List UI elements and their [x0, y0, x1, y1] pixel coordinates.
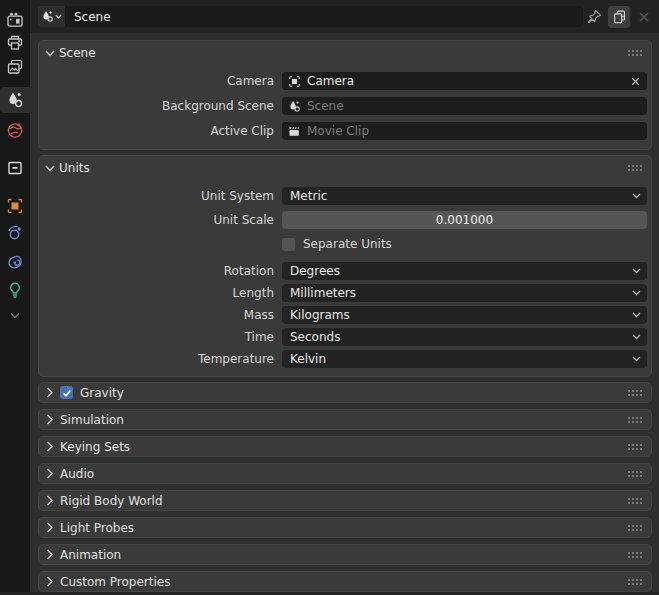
- tab-constraints-properties[interactable]: [0, 220, 30, 246]
- chevron-down-icon: [45, 165, 55, 172]
- active-clip-placeholder: Movie Clip: [307, 124, 369, 138]
- scene-icon: [288, 100, 301, 113]
- mass-value: Kilograms: [290, 308, 350, 322]
- chevron-right-icon: [46, 387, 53, 398]
- chevron-right-icon: [46, 468, 53, 479]
- simulation-panel-header[interactable]: Simulation: [38, 409, 652, 430]
- chevron-down-icon: [632, 268, 641, 274]
- sidebar-overflow-chevron[interactable]: [0, 312, 30, 319]
- panel-drag-grip[interactable]: [627, 49, 643, 57]
- panel-title: Simulation: [60, 413, 124, 427]
- scene-icon: [41, 10, 54, 23]
- time-label: Time: [39, 330, 282, 344]
- light-probes-panel-header[interactable]: Light Probes: [38, 517, 652, 538]
- temperature-label: Temperature: [39, 352, 282, 366]
- rigid-body-world-panel-header[interactable]: Rigid Body World: [38, 490, 652, 511]
- object-icon: [288, 75, 301, 88]
- tab-world-properties[interactable]: [0, 117, 30, 143]
- scene-panel-header[interactable]: Scene: [45, 44, 645, 62]
- background-scene-field[interactable]: Scene: [282, 97, 647, 115]
- length-value: Millimeters: [290, 286, 356, 300]
- length-label: Length: [39, 286, 282, 300]
- panel-drag-grip[interactable]: [627, 524, 643, 532]
- temperature-dropdown[interactable]: Kelvin: [282, 350, 647, 368]
- world-globe-icon: [6, 121, 24, 139]
- panel-title: Animation: [60, 548, 121, 562]
- separate-units-checkbox[interactable]: [282, 238, 295, 251]
- printer-icon: [6, 34, 24, 52]
- panel-drag-grip[interactable]: [627, 497, 643, 505]
- unit-scale-label: Unit Scale: [39, 213, 282, 227]
- breadcrumb-scene-name[interactable]: Scene: [65, 6, 583, 27]
- panel-drag-grip[interactable]: [627, 578, 643, 586]
- rotation-dropdown[interactable]: Degrees: [282, 262, 647, 280]
- chevron-right-icon: [46, 414, 53, 425]
- chevron-right-icon: [46, 522, 53, 533]
- tab-object-properties[interactable]: [0, 193, 30, 219]
- properties-tab-sidebar: [0, 0, 30, 595]
- scene-panel: Scene Camera Camera: [38, 40, 652, 150]
- panel-drag-grip[interactable]: [627, 164, 643, 172]
- tab-object-data-properties[interactable]: [0, 277, 30, 303]
- chevron-down-icon: [632, 334, 641, 340]
- tab-collection-properties[interactable]: [0, 155, 30, 181]
- scene-icon: [6, 91, 24, 109]
- object-icon: [6, 197, 24, 215]
- tab-output-properties[interactable]: [0, 30, 30, 56]
- temperature-value: Kelvin: [290, 352, 326, 366]
- tab-view-layer-properties[interactable]: [0, 54, 30, 80]
- panel-title: Units: [59, 161, 90, 175]
- panel-drag-grip[interactable]: [627, 470, 643, 478]
- tab-physics-properties[interactable]: [0, 249, 30, 275]
- animation-panel-header[interactable]: Animation: [38, 544, 652, 565]
- panel-drag-grip[interactable]: [627, 551, 643, 559]
- units-panel-header[interactable]: Units: [45, 159, 645, 177]
- unit-scale-slider[interactable]: 0.001000: [282, 211, 647, 229]
- panel-drag-grip[interactable]: [627, 389, 643, 397]
- gravity-checkbox[interactable]: [60, 386, 73, 399]
- chevron-down-icon: [632, 290, 641, 296]
- header-actions: [583, 6, 655, 28]
- custom-properties-panel-header[interactable]: Custom Properties: [38, 571, 652, 592]
- light-bulb-icon: [6, 281, 24, 299]
- id-type-dropdown-button[interactable]: [38, 6, 65, 27]
- unit-system-dropdown[interactable]: Metric: [282, 187, 647, 205]
- render-camera-back-icon: [6, 11, 24, 29]
- time-value: Seconds: [290, 330, 340, 344]
- mass-dropdown[interactable]: Kilograms: [282, 306, 647, 324]
- chevron-right-icon: [46, 441, 53, 452]
- tab-scene-properties[interactable]: [0, 87, 30, 113]
- panel-title: Gravity: [80, 386, 124, 400]
- constraints-icon: [6, 224, 24, 242]
- close-button[interactable]: [633, 6, 655, 28]
- time-dropdown[interactable]: Seconds: [282, 328, 647, 346]
- panel-title: Rigid Body World: [60, 494, 163, 508]
- close-icon: [638, 11, 650, 23]
- panel-title: Scene: [59, 46, 96, 60]
- active-clip-label: Active Clip: [39, 124, 282, 138]
- breadcrumb: Scene: [38, 6, 583, 27]
- physics-swirl-icon: [6, 253, 24, 271]
- gravity-panel-header[interactable]: Gravity: [38, 382, 652, 403]
- length-dropdown[interactable]: Millimeters: [282, 284, 647, 302]
- rotation-value: Degrees: [290, 264, 340, 278]
- rotation-label: Rotation: [39, 264, 282, 278]
- audio-panel-header[interactable]: Audio: [38, 463, 652, 484]
- chevron-down-icon: [632, 312, 641, 318]
- panel-drag-grip[interactable]: [627, 443, 643, 451]
- chevron-right-icon: [46, 576, 53, 587]
- chevron-down-icon: [632, 193, 641, 199]
- copy-icon: [612, 9, 627, 24]
- keying-sets-panel-header[interactable]: Keying Sets: [38, 436, 652, 457]
- active-clip-field[interactable]: Movie Clip: [282, 122, 647, 140]
- unit-scale-value: 0.001000: [436, 213, 493, 227]
- camera-field[interactable]: Camera: [282, 72, 647, 90]
- copy-data-button[interactable]: [608, 6, 630, 28]
- camera-clear-button[interactable]: [630, 76, 641, 87]
- panel-drag-grip[interactable]: [627, 416, 643, 424]
- panel-title: Audio: [60, 467, 94, 481]
- mass-label: Mass: [39, 308, 282, 322]
- chevron-down-icon: [45, 50, 55, 57]
- camera-value: Camera: [307, 74, 354, 88]
- pin-button[interactable]: [583, 6, 605, 28]
